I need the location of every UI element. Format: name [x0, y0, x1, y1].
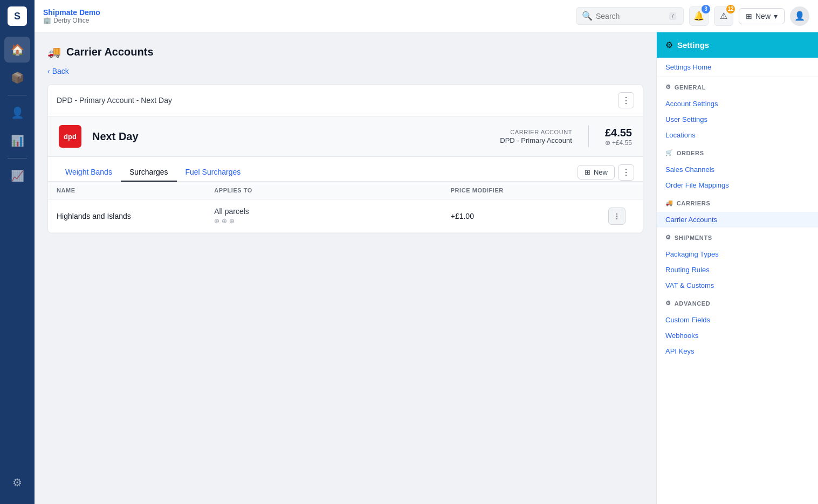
sidebar-bottom: ⚙ — [4, 470, 30, 504]
tabs: Weight Bands Surcharges Fuel Surcharges — [57, 163, 249, 181]
settings-nav-packaging-types[interactable]: Packaging Types — [657, 246, 818, 262]
new-button-icon: ⊞ — [746, 12, 752, 20]
sidebar-nav: 🏠 📦 👤 📊 📈 — [0, 32, 35, 470]
surcharges-table: NAME APPLIES TO PRICE MODIFIER Highlands… — [48, 182, 643, 233]
carrier-account-name: DPD - Primary Account — [500, 136, 572, 144]
alerts-badge: 12 — [726, 5, 735, 13]
settings-section-orders-title: 🛒 ORDERS — [665, 149, 809, 156]
settings-section-shipments-title: ⚙ SHIPMENTS — [665, 234, 809, 241]
carrier-price: £4.55 — [605, 127, 632, 139]
content-area: 🚚 Carrier Accounts ‹ Back DPD - Primary … — [35, 32, 818, 504]
row-more-button[interactable]: ⋮ — [608, 208, 625, 225]
settings-home-link[interactable]: Settings Home — [657, 58, 818, 77]
settings-nav-sales-channels[interactable]: Sales Channels — [657, 162, 818, 177]
tab-weight-bands[interactable]: Weight Bands — [57, 163, 121, 182]
new-button-label: New — [755, 12, 771, 20]
dpd-logo: dpd — [59, 125, 81, 148]
carrier-card-more-button[interactable]: ⋮ — [618, 92, 634, 108]
page-content: 🚚 Carrier Accounts ‹ Back DPD - Primary … — [35, 32, 656, 504]
sidebar-item-settings[interactable]: ⚙ — [4, 470, 30, 495]
logo-mark: S — [8, 6, 27, 26]
tabs-actions: ⊞ New ⋮ — [578, 164, 634, 181]
settings-section-general-title: ⚙ GENERAL — [665, 84, 809, 91]
general-section-icon: ⚙ — [665, 84, 671, 91]
new-surcharge-icon: ⊞ — [585, 168, 590, 176]
settings-nav-vat-customs[interactable]: VAT & Customs — [657, 278, 818, 293]
table-header: NAME APPLIES TO PRICE MODIFIER — [48, 182, 643, 199]
carrier-card-title: DPD - Primary Account - Next Day — [57, 96, 172, 105]
search-bar[interactable]: 🔍 / — [576, 7, 684, 25]
carrier-price-sub: ⊕ +£4.55 — [605, 139, 632, 147]
settings-section-general: ⚙ GENERAL — [657, 77, 818, 96]
notifications-button[interactable]: 🔔 3 — [689, 6, 709, 26]
user-avatar-button[interactable]: 👤 — [790, 6, 809, 26]
sidebar-divider-2 — [8, 158, 27, 158]
tab-weight-bands-label: Weight Bands — [65, 168, 112, 176]
surcharge-name: Highlands and Islands — [57, 212, 214, 220]
settings-section-advanced-title: ⚙ ADVANCED — [665, 300, 809, 307]
search-icon: 🔍 — [582, 11, 593, 21]
sidebar-item-home[interactable]: 🏠 — [4, 37, 30, 63]
tab-surcharges[interactable]: Surcharges — [121, 163, 177, 182]
carrier-pricing: £4.55 ⊕ +£4.55 — [605, 127, 632, 147]
tab-fuel-surcharges[interactable]: Fuel Surcharges — [177, 163, 250, 182]
search-input[interactable] — [596, 12, 666, 20]
office-icon: 🏢 — [43, 17, 51, 24]
settings-section-carriers-title: 🚚 CARRIERS — [665, 199, 809, 206]
header-actions: 🔍 / 🔔 3 ⚠ 12 ⊞ New ▾ 👤 — [576, 6, 809, 26]
brand-sub-text: Derby Office — [53, 17, 89, 24]
carriers-section-icon: 🚚 — [665, 199, 673, 206]
col-header-name: NAME — [57, 187, 214, 194]
price-sub-value: +£4.55 — [612, 139, 632, 147]
sidebar-item-contacts[interactable]: 👤 — [4, 100, 30, 126]
table-row: Highlands and Islands All parcels ⊕ ⊕ ⊕ … — [48, 199, 643, 233]
settings-nav-carrier-accounts[interactable]: Carrier Accounts — [657, 212, 818, 227]
carrier-account-detail: CARRIER ACCOUNT DPD - Primary Account — [500, 129, 572, 144]
sidebar-item-analytics[interactable]: 📊 — [4, 128, 30, 154]
tab-fuel-surcharges-label: Fuel Surcharges — [185, 168, 241, 176]
back-chevron-icon: ‹ — [47, 67, 50, 75]
header: Shipmate Demo 🏢 Derby Office 🔍 / 🔔 3 ⚠ 1… — [35, 0, 818, 32]
settings-sidebar-title: Settings — [677, 40, 709, 50]
tabs-area: Weight Bands Surcharges Fuel Surcharges … — [48, 157, 643, 182]
header-brand: Shipmate Demo 🏢 Derby Office — [43, 8, 567, 24]
settings-section-advanced: ⚙ ADVANCED — [657, 293, 818, 312]
new-button[interactable]: ⊞ New ▾ — [739, 8, 785, 24]
settings-nav-account-settings[interactable]: Account Settings — [657, 96, 818, 112]
carrier-account-card: DPD - Primary Account - Next Day ⋮ dpd N… — [47, 84, 643, 233]
dpd-logo-box: dpd — [59, 125, 81, 148]
settings-section-carriers: 🚚 CARRIERS — [657, 193, 818, 212]
carrier-account-label: CARRIER ACCOUNT — [500, 129, 572, 135]
col-header-actions — [608, 187, 634, 194]
brand-name: Shipmate Demo — [43, 8, 567, 17]
new-surcharge-label: New — [594, 168, 608, 176]
settings-nav-order-file-mappings[interactable]: Order File Mappings — [657, 177, 818, 193]
settings-section-shipments: ⚙ SHIPMENTS — [657, 227, 818, 246]
sidebar-item-packages[interactable]: 📦 — [4, 65, 30, 91]
advanced-section-icon: ⚙ — [665, 300, 671, 307]
settings-nav-custom-fields[interactable]: Custom Fields — [657, 312, 818, 328]
settings-sidebar-header: ⚙ Settings — [657, 32, 818, 58]
surcharge-more-button[interactable]: ⋮ — [618, 164, 634, 181]
settings-nav-locations[interactable]: Locations — [657, 127, 818, 143]
carrier-card-header: DPD - Primary Account - Next Day ⋮ — [48, 85, 643, 116]
settings-nav-webhooks[interactable]: Webhooks — [657, 328, 818, 343]
back-link[interactable]: ‹ Back — [47, 67, 643, 75]
brand-sub: 🏢 Derby Office — [43, 17, 567, 24]
shipments-section-icon: ⚙ — [665, 234, 671, 241]
page-title-icon: 🚚 — [47, 45, 61, 58]
surcharge-price-modifier: +£1.00 — [451, 212, 608, 220]
sidebar-divider — [8, 95, 27, 95]
applies-icons: ⊕ ⊕ ⊕ — [214, 217, 450, 225]
settings-nav-routing-rules[interactable]: Routing Rules — [657, 262, 818, 278]
new-button-chevron: ▾ — [774, 12, 778, 20]
carrier-card-body: dpd Next Day CARRIER ACCOUNT DPD - Prima… — [48, 116, 643, 157]
settings-nav-api-keys[interactable]: API Keys — [657, 343, 818, 359]
alerts-button[interactable]: ⚠ 12 — [714, 6, 733, 26]
col-header-applies: APPLIES TO — [214, 187, 450, 194]
new-surcharge-button[interactable]: ⊞ New — [578, 165, 615, 179]
sidebar-item-reports[interactable]: 📈 — [4, 163, 30, 189]
row-actions: ⋮ — [608, 208, 634, 225]
app-logo[interactable]: S — [0, 0, 35, 32]
settings-nav-user-settings[interactable]: User Settings — [657, 112, 818, 127]
